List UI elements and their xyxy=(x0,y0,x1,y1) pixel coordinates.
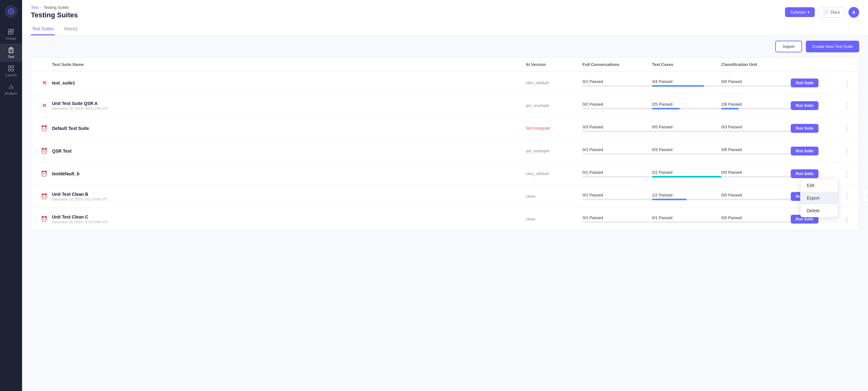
progress-bar-bg xyxy=(583,153,652,155)
more-col: ⋮ xyxy=(841,124,854,133)
progress-bar-bg xyxy=(652,131,721,132)
col-test-cases: Test Cases xyxy=(652,62,721,67)
docs-button[interactable]: 📄 Docs xyxy=(818,7,845,18)
dropdown-item-delete[interactable]: Delete xyxy=(801,204,838,217)
suite-name: Default Test Suite xyxy=(52,126,526,131)
toolbar: Import Create New Test Suite xyxy=(31,36,859,57)
x-icon: ✕ xyxy=(42,79,47,87)
class-unit-label: 0/0 Passed xyxy=(721,193,791,197)
sidebar-item-analyze[interactable]: Analyze xyxy=(0,80,22,98)
test-cases-label: 2/5 Passed xyxy=(652,102,721,106)
sidebar-item-create[interactable]: Create xyxy=(0,25,22,43)
suite-name-cell: Unit Test Clean B December 18, 2018 / 06… xyxy=(52,192,526,201)
row-icon-x: ✕ xyxy=(36,102,52,109)
suite-name: QSR Test xyxy=(52,149,526,154)
suite-name: Unit Test Clean B xyxy=(52,192,526,197)
create-new-test-suite-button[interactable]: Create New Test Suite xyxy=(806,41,859,52)
class-unit-label: 0/6 Passed xyxy=(721,147,791,152)
progress-bar-bg xyxy=(652,221,721,223)
test-cases-cell: 2/2 Passed xyxy=(652,170,721,177)
test-suites-table: Test Suite Name AI Version Full Conversa… xyxy=(31,57,859,231)
progress-bar-fill xyxy=(652,85,704,87)
class-unit-cell: 0/0 Passed xyxy=(721,170,791,177)
more-col: ⋮ xyxy=(841,192,854,201)
import-button[interactable]: Import xyxy=(775,41,802,52)
suite-date: December 20, 2018 / 07:53 PM UTC xyxy=(52,220,526,224)
breadcrumb: Test › Testing Suites xyxy=(31,5,78,10)
tutorials-button[interactable]: Tutorials ▾ xyxy=(785,7,815,17)
svg-point-0 xyxy=(8,8,14,14)
full-conv-cell: 0/3 Passed xyxy=(583,125,652,132)
dropdown-menu: Edit Export Delete xyxy=(800,179,838,217)
progress-bar-bg xyxy=(583,199,652,200)
sidebar-item-launch-label: Launch xyxy=(5,73,17,77)
progress-bar-fill xyxy=(652,176,721,177)
more-options-button[interactable]: ⋮ xyxy=(841,78,852,87)
progress-bar-bg xyxy=(652,176,721,177)
more-options-button[interactable]: ⋮ xyxy=(841,124,852,133)
more-options-button[interactable]: ⋮ xyxy=(841,192,852,201)
table-row: ⏰ Default Test Suite Not Assigned 0/3 Pa… xyxy=(31,117,859,140)
action-col: Run Suite xyxy=(791,146,841,156)
full-conv-cell: 0/2 Passed xyxy=(583,102,652,109)
full-conv-cell: 0/1 Passed xyxy=(583,147,652,155)
svg-rect-13 xyxy=(12,66,13,68)
header-left: Test › Testing Suites Testing Suites xyxy=(31,5,78,19)
sidebar-item-test[interactable]: Test xyxy=(0,43,22,62)
col-more xyxy=(841,62,854,67)
dropdown-item-export[interactable]: Export xyxy=(801,192,838,204)
run-suite-button[interactable]: Run Suite xyxy=(791,101,818,110)
run-suite-button[interactable]: Run Suite xyxy=(791,124,818,133)
content-area: Import Create New Test Suite Test Suite … xyxy=(22,36,868,391)
tab-test-suites[interactable]: Test Suites xyxy=(31,23,55,35)
clock-icon: ⏰ xyxy=(41,148,48,155)
more-options-button[interactable]: ⋮ xyxy=(841,169,852,178)
run-suite-button[interactable]: Run Suite xyxy=(791,78,818,87)
class-unit-label: 0/3 Passed xyxy=(721,125,791,129)
dropdown-item-edit[interactable]: Edit xyxy=(801,179,838,192)
ai-version: clean xyxy=(526,194,583,199)
suite-name: Unit Test Clean C xyxy=(52,215,526,220)
run-suite-button[interactable]: Run Suite xyxy=(791,146,818,156)
suite-name: test_suite1 xyxy=(52,80,526,86)
app-logo[interactable] xyxy=(5,5,17,18)
run-suite-button[interactable]: Run Suite xyxy=(791,169,818,178)
test-cases-cell: 0/3 Passed xyxy=(652,147,721,155)
full-conv-label: 0/1 Passed xyxy=(583,147,652,152)
class-unit-cell: 2/8 Passed xyxy=(721,102,791,109)
clock-icon: ⏰ xyxy=(41,216,48,223)
svg-rect-6 xyxy=(8,29,11,32)
tab-history[interactable]: History xyxy=(62,23,79,35)
collapse-handle[interactable]: › xyxy=(863,189,868,202)
action-col: Run Suite xyxy=(791,169,841,178)
suite-name: testdefault_b xyxy=(52,171,526,176)
more-options-button[interactable]: ⋮ xyxy=(841,101,852,110)
suite-name-cell: Unit Test Clean C December 20, 2018 / 07… xyxy=(52,215,526,224)
sidebar-item-create-label: Create xyxy=(6,37,16,40)
breadcrumb-root[interactable]: Test xyxy=(31,5,38,10)
sidebar: Create Test Launch Analyze xyxy=(0,0,22,391)
suite-name-cell: Default Test Suite xyxy=(52,126,526,131)
progress-bar-bg xyxy=(583,221,652,223)
sidebar-item-launch[interactable]: Launch xyxy=(0,62,22,80)
full-conv-label: 0/1 Passed xyxy=(583,170,652,175)
test-cases-cell: 0/5 Passed xyxy=(652,125,721,132)
avatar[interactable]: A xyxy=(848,7,859,18)
ai-version: clean xyxy=(526,217,583,221)
more-options-button[interactable]: ⋮ xyxy=(841,146,852,156)
action-col: Run Suite xyxy=(791,78,841,87)
svg-rect-14 xyxy=(8,69,10,71)
action-col: Run Suite xyxy=(791,101,841,110)
progress-bar-bg xyxy=(721,153,791,155)
table-body: ✕ test_suite1 clinc_default 0/1 Passed 3… xyxy=(31,72,859,230)
more-options-button[interactable]: ⋮ xyxy=(841,215,852,224)
suite-name-cell: test_suite1 xyxy=(52,80,526,86)
col-full-conv: Full Conversations xyxy=(583,62,652,67)
test-cases-cell: 3/4 Passed xyxy=(652,79,721,87)
page-title: Testing Suites xyxy=(31,11,78,19)
progress-bar-bg xyxy=(721,199,791,200)
col-icon xyxy=(36,62,52,67)
class-unit-cell: 0/6 Passed xyxy=(721,147,791,155)
progress-bar-bg xyxy=(583,176,652,177)
more-col: ⋮ xyxy=(841,146,854,156)
